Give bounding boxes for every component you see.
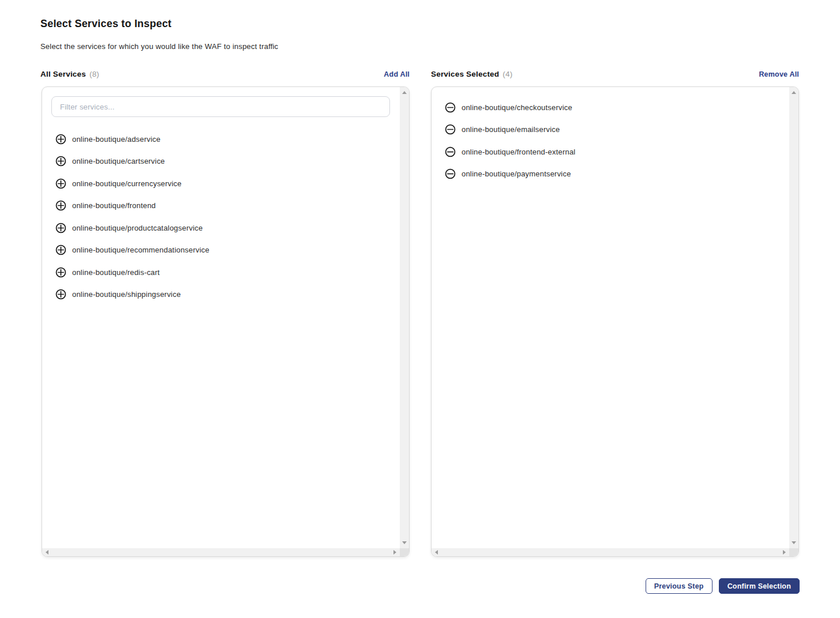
add-service-icon[interactable] [55,134,66,145]
service-row[interactable]: online-boutique/shippingservice [51,284,390,306]
service-row[interactable]: online-boutique/emailservice [441,119,779,141]
service-row[interactable]: online-boutique/cartservice [51,150,390,173]
add-service-icon[interactable] [55,267,66,278]
all-services-panel: online-boutique/adservice online-boutiqu… [42,86,410,557]
add-service-icon[interactable] [55,289,66,300]
all-services-header: All Services(8) Add All [40,69,410,79]
vertical-scrollbar[interactable] [400,87,409,548]
add-service-icon[interactable] [55,244,66,255]
add-service-icon[interactable] [55,223,66,233]
scroll-left-icon[interactable] [435,550,438,555]
scroll-left-icon[interactable] [46,550,48,555]
add-service-icon[interactable] [55,178,66,189]
scroll-right-icon[interactable] [783,550,786,555]
service-name: online-boutique/productcatalogservice [72,224,202,232]
service-name: online-boutique/frontend-external [462,148,575,156]
scroll-down-icon[interactable] [402,541,407,544]
service-name: online-boutique/adservice [72,135,160,144]
scroll-right-icon[interactable] [393,550,396,555]
service-name: online-boutique/paymentservice [462,169,571,178]
scroll-up-icon[interactable] [402,91,407,94]
filter-services-input[interactable] [51,96,390,117]
all-services-label: All Services [40,70,86,78]
service-name: online-boutique/checkoutservice [462,103,572,112]
scrollbar-corner [400,548,409,556]
all-services-heading: All Services(8) [40,69,99,79]
scroll-down-icon[interactable] [792,541,796,544]
service-name: online-boutique/recommendationservice [72,246,209,254]
service-row[interactable]: online-boutique/frontend-external [441,141,779,163]
selected-services-list: online-boutique/checkoutservice online-b… [441,96,779,185]
selected-services-heading: Services Selected(4) [431,69,512,79]
service-row[interactable]: online-boutique/recommendationservice [51,239,390,262]
service-row[interactable]: online-boutique/productcatalogservice [51,217,390,239]
add-all-link[interactable]: Add All [384,70,410,78]
remove-service-icon[interactable] [445,168,456,179]
remove-all-link[interactable]: Remove All [759,70,799,78]
scroll-up-icon[interactable] [792,91,796,94]
selected-services-panel: online-boutique/checkoutservice online-b… [431,86,799,557]
add-service-icon[interactable] [55,156,66,167]
remove-service-icon[interactable] [445,146,456,157]
selected-services-label: Services Selected [431,70,499,78]
service-name: online-boutique/currencyservice [72,179,182,188]
service-row[interactable]: online-boutique/paymentservice [441,163,779,186]
vertical-scrollbar[interactable] [789,87,798,548]
remove-service-icon[interactable] [445,102,456,113]
service-row[interactable]: online-boutique/redis-cart [51,261,390,284]
footer-actions: Previous Step Confirm Selection [646,578,800,594]
add-service-icon[interactable] [55,200,66,211]
confirm-selection-button[interactable]: Confirm Selection [719,578,800,594]
service-name: online-boutique/emailservice [462,125,560,134]
scrollbar-corner [789,548,798,556]
service-name: online-boutique/redis-cart [72,268,160,277]
service-row[interactable]: online-boutique/frontend [51,195,390,217]
remove-service-icon[interactable] [445,124,456,135]
page-title: Select Services to Inspect [40,18,171,30]
all-services-count: (8) [89,70,99,78]
service-row[interactable]: online-boutique/adservice [51,128,390,150]
selected-services-header: Services Selected(4) Remove All [431,69,799,79]
horizontal-scrollbar[interactable] [42,548,400,556]
page-subtitle: Select the services for which you would … [40,42,278,51]
all-services-list: online-boutique/adservice online-boutiqu… [51,96,390,306]
service-row[interactable]: online-boutique/checkoutservice [441,96,779,119]
selected-services-count: (4) [502,70,512,78]
service-name: online-boutique/frontend [72,201,156,210]
service-row[interactable]: online-boutique/currencyservice [51,172,390,195]
service-name: online-boutique/shippingservice [72,290,181,299]
service-name: online-boutique/cartservice [72,157,165,165]
previous-step-button[interactable]: Previous Step [646,578,712,594]
horizontal-scrollbar[interactable] [432,548,789,556]
